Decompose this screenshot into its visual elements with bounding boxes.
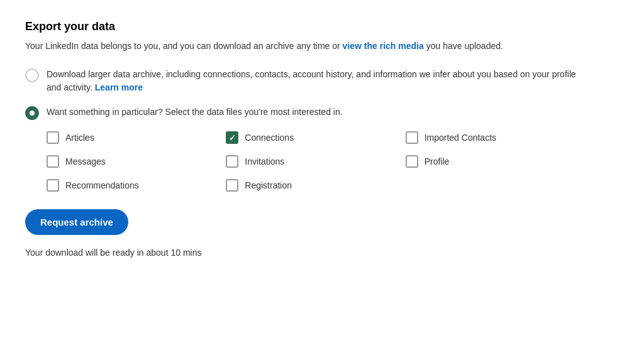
page-description: Your LinkedIn data belongs to you, and y… xyxy=(25,40,579,53)
checkbox-articles-label: Articles xyxy=(65,133,94,143)
checkbox-item-messages[interactable]: Messages xyxy=(47,155,219,168)
checkbox-item-registration[interactable]: Registration xyxy=(226,179,399,192)
radio-larger-archive[interactable] xyxy=(25,68,39,82)
radio-specific-files-label: Want something in particular? Select the… xyxy=(47,106,343,119)
checkbox-invitations-label: Invitations xyxy=(245,156,284,166)
checkbox-item-invitations[interactable]: Invitations xyxy=(226,155,399,168)
description-prefix: Your LinkedIn data belongs to you, and y… xyxy=(25,41,343,51)
description-suffix: you have uploaded. xyxy=(424,41,503,51)
checkbox-item-profile[interactable]: Profile xyxy=(406,155,579,168)
rich-media-link[interactable]: view the rich media xyxy=(343,41,424,51)
checkbox-imported-contacts[interactable] xyxy=(406,131,418,144)
checkbox-registration[interactable] xyxy=(226,179,238,192)
checkbox-messages[interactable] xyxy=(47,155,59,168)
checkbox-item-imported-contacts[interactable]: Imported Contacts xyxy=(406,131,579,144)
checkbox-recommendations-label: Recommendations xyxy=(65,180,139,190)
radio-specific-files[interactable] xyxy=(25,106,39,120)
radio-option-specific-files[interactable]: Want something in particular? Select the… xyxy=(25,106,579,120)
checkbox-invitations[interactable] xyxy=(226,155,238,168)
checkbox-messages-label: Messages xyxy=(65,156,106,166)
ready-text: Your download will be ready in about 10 … xyxy=(25,248,579,258)
radio-larger-archive-label: Download larger data archive, including … xyxy=(47,68,579,94)
checkboxes-grid: Articles Connections Imported Contacts M… xyxy=(47,131,579,192)
export-data-container: Export your data Your LinkedIn data belo… xyxy=(0,0,604,278)
checkbox-connections-label: Connections xyxy=(245,133,294,143)
checkbox-connections[interactable] xyxy=(226,131,238,144)
checkbox-item-recommendations[interactable]: Recommendations xyxy=(47,179,219,192)
checkbox-imported-contacts-label: Imported Contacts xyxy=(425,133,496,143)
page-title: Export your data xyxy=(25,20,579,33)
checkbox-articles[interactable] xyxy=(47,131,59,144)
request-archive-button[interactable]: Request archive xyxy=(25,209,128,235)
checkbox-item-connections[interactable]: Connections xyxy=(226,131,399,144)
radio-option-larger-archive[interactable]: Download larger data archive, including … xyxy=(25,68,579,94)
checkbox-profile-label: Profile xyxy=(425,156,450,166)
checkbox-item-articles[interactable]: Articles xyxy=(47,131,219,144)
checkbox-recommendations[interactable] xyxy=(47,179,59,192)
learn-more-link[interactable]: Learn more xyxy=(95,82,143,92)
checkbox-registration-label: Registration xyxy=(245,180,292,190)
checkbox-profile[interactable] xyxy=(406,155,418,168)
